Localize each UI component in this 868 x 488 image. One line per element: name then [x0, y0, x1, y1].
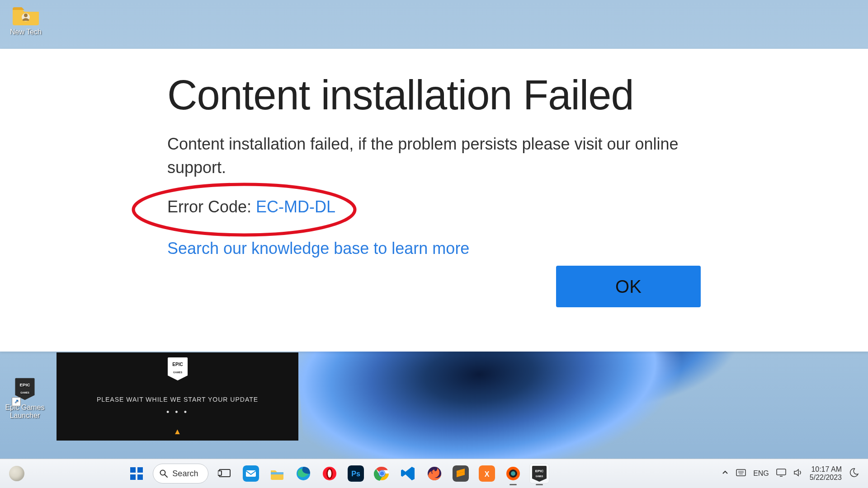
taskbar-bandicam[interactable]	[503, 464, 523, 483]
taskbar-sublime[interactable]	[451, 464, 471, 483]
tray-network-display-icon[interactable]	[776, 469, 786, 479]
svg-rect-9	[130, 474, 136, 480]
tray-clock[interactable]: 10:17 AM 5/22/2023	[810, 465, 842, 482]
epic-games-icon: EPIC GAMES	[532, 465, 547, 482]
loading-dots-icon: • • •	[57, 408, 298, 417]
svg-text:EPIC: EPIC	[172, 362, 183, 367]
tray-volume-icon[interactable]	[793, 469, 802, 479]
taskbar: Search	[0, 459, 868, 488]
vscode-icon	[400, 465, 416, 482]
mail-icon	[243, 465, 259, 482]
svg-point-1	[24, 14, 28, 17]
taskbar-edge[interactable]	[293, 464, 313, 483]
folder-icon	[269, 465, 285, 482]
svg-rect-16	[246, 470, 256, 477]
taskbar-xampp[interactable]: X	[477, 464, 497, 483]
svg-rect-41	[777, 469, 786, 475]
svg-rect-14	[218, 471, 222, 475]
taskbar-vscode[interactable]	[398, 464, 418, 483]
tray-input-keyboard-icon[interactable]	[736, 469, 746, 478]
desktop-icon-new-tech[interactable]: New Tech	[5, 5, 46, 36]
taskbar-opera[interactable]	[320, 464, 340, 483]
error-dialog: Content installation Failed Content inst…	[0, 49, 868, 352]
error-code-row: Error Code: EC-MD-DL	[167, 197, 335, 216]
tray-language[interactable]: ENG	[753, 469, 769, 478]
taskbar-chrome[interactable]	[372, 464, 392, 483]
svg-rect-8	[137, 467, 143, 473]
ok-button[interactable]: OK	[556, 266, 701, 307]
svg-point-21	[328, 469, 331, 478]
xampp-icon: X	[479, 465, 495, 482]
epic-updater-window[interactable]: EPIC GAMES PLEASE WAIT WHILE WE START YO…	[57, 352, 298, 441]
search-icon	[160, 469, 168, 478]
folder-icon	[12, 5, 40, 25]
knowledge-base-link[interactable]: Search our knowledge base to learn more	[167, 239, 701, 258]
task-view-icon	[218, 467, 231, 480]
weather-widget-icon[interactable]	[9, 466, 24, 481]
svg-point-34	[511, 471, 515, 476]
edge-icon	[295, 465, 311, 482]
svg-rect-10	[137, 474, 143, 480]
tray-notifications-icon[interactable]	[849, 468, 860, 479]
warning-triangle-icon: ▲	[57, 427, 298, 436]
shortcut-overlay-icon: ↗	[12, 397, 21, 406]
svg-text:X: X	[485, 470, 490, 478]
svg-text:Ps: Ps	[352, 470, 361, 478]
opera-icon	[321, 465, 338, 482]
bandicam-icon	[505, 465, 521, 482]
svg-text:GAMES: GAMES	[173, 371, 182, 374]
svg-text:GAMES: GAMES	[20, 391, 29, 394]
desktop-icon-label: Epic Games Launcher	[5, 404, 45, 420]
dialog-title: Content installation Failed	[167, 71, 701, 119]
taskbar-epic-games[interactable]: EPIC GAMES	[529, 464, 549, 483]
error-code-label: Error Code:	[167, 197, 256, 216]
chrome-icon	[374, 465, 390, 482]
taskbar-photoshop[interactable]: Ps	[346, 464, 366, 483]
desktop-icon-label: New Tech	[5, 28, 46, 36]
taskbar-mail[interactable]	[241, 464, 261, 483]
taskbar-search[interactable]: Search	[153, 464, 208, 483]
dialog-message: Content installation failed, if the prob…	[167, 132, 701, 179]
start-button[interactable]	[127, 464, 146, 483]
epic-games-icon: EPIC GAMES	[167, 357, 188, 381]
svg-point-27	[380, 471, 384, 476]
taskbar-task-view[interactable]	[215, 464, 235, 483]
svg-text:EPIC: EPIC	[19, 382, 30, 387]
sublime-icon	[453, 465, 469, 482]
tray-date-text: 5/22/2023	[810, 474, 842, 482]
firefox-icon	[426, 465, 443, 482]
taskbar-file-explorer[interactable]	[267, 464, 287, 483]
svg-rect-17	[271, 472, 283, 474]
tray-time-text: 10:17 AM	[810, 465, 842, 474]
windows-logo-icon	[130, 467, 143, 480]
search-placeholder: Search	[172, 469, 198, 479]
taskbar-firefox[interactable]	[425, 464, 444, 483]
svg-rect-7	[130, 467, 136, 473]
svg-line-12	[165, 475, 168, 478]
photoshop-icon: Ps	[348, 465, 364, 482]
svg-text:EPIC: EPIC	[535, 469, 544, 473]
error-code-value[interactable]: EC-MD-DL	[256, 197, 335, 216]
tray-overflow-chevron-icon[interactable]	[722, 469, 729, 478]
updater-status-text: PLEASE WAIT WHILE WE START YOUR UPDATE	[57, 396, 298, 403]
desktop-icon-epic-launcher[interactable]: EPIC GAMES ↗ Epic Games Launcher	[5, 377, 45, 420]
svg-text:GAMES: GAMES	[536, 475, 543, 478]
